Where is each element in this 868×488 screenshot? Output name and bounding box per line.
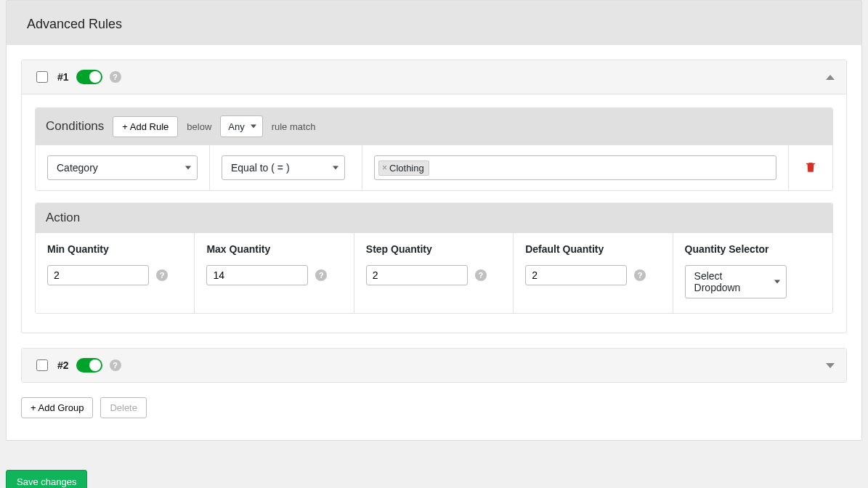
rule-header-2[interactable]: #2 ? bbox=[22, 349, 846, 382]
condition-value-input[interactable]: × Clothing bbox=[374, 155, 776, 180]
help-icon[interactable]: ? bbox=[156, 269, 168, 281]
add-group-button[interactable]: + Add Group bbox=[21, 397, 93, 418]
condition-delete-cell bbox=[789, 145, 832, 190]
rule-toggle-2[interactable] bbox=[76, 358, 102, 373]
step-qty-cell: Step Quantity ? bbox=[354, 232, 514, 313]
value-tag: × Clothing bbox=[378, 160, 429, 176]
rule-checkbox-1[interactable] bbox=[36, 71, 48, 83]
condition-operator-value: Equal to ( = ) bbox=[231, 162, 290, 174]
qty-selector-label: Quantity Selector bbox=[685, 243, 821, 255]
expand-icon[interactable] bbox=[826, 363, 835, 368]
rule-header-1[interactable]: #1 ? bbox=[22, 60, 846, 94]
conditions-rule-match-text: rule match bbox=[272, 121, 316, 132]
help-icon[interactable]: ? bbox=[634, 269, 646, 281]
min-qty-label: Min Quantity bbox=[47, 243, 182, 255]
chevron-down-icon bbox=[333, 166, 338, 170]
default-qty-label: Default Quantity bbox=[525, 243, 660, 255]
min-qty-input[interactable] bbox=[47, 265, 149, 285]
condition-operator-select[interactable]: Equal to ( = ) bbox=[222, 155, 345, 180]
conditions-panel: Conditions + Add Rule below Any rule mat… bbox=[35, 107, 833, 191]
tag-label: Clothing bbox=[389, 163, 424, 174]
condition-value-cell: × Clothing bbox=[362, 145, 789, 190]
chevron-down-icon bbox=[185, 166, 191, 170]
condition-field-cell: Category bbox=[36, 145, 210, 190]
rule-body-1: Conditions + Add Rule below Any rule mat… bbox=[22, 94, 846, 333]
action-panel: Action Min Quantity ? Max Quantity bbox=[35, 203, 833, 314]
qty-selector-select[interactable]: Select Dropdown bbox=[685, 265, 787, 298]
action-title: Action bbox=[46, 211, 80, 225]
rule-label-1: #1 bbox=[57, 71, 69, 83]
default-qty-input[interactable] bbox=[525, 265, 627, 285]
condition-row: Category Equal to ( = ) bbox=[36, 145, 832, 190]
match-mode-select[interactable]: Any bbox=[220, 115, 262, 137]
help-icon[interactable]: ? bbox=[475, 269, 487, 281]
condition-field-select[interactable]: Category bbox=[47, 155, 198, 180]
advanced-rules-panel: Advanced Rules #1 ? Conditions + Add Rul… bbox=[6, 0, 862, 441]
panel-title: Advanced Rules bbox=[27, 17, 841, 32]
trash-icon[interactable] bbox=[804, 160, 817, 176]
max-qty-input[interactable] bbox=[206, 265, 308, 285]
rule-card-2: #2 ? bbox=[21, 348, 847, 383]
min-qty-cell: Min Quantity ? bbox=[36, 232, 195, 313]
conditions-title: Conditions bbox=[46, 119, 104, 134]
max-qty-label: Max Quantity bbox=[206, 243, 341, 255]
save-changes-button[interactable]: Save changes bbox=[6, 470, 87, 488]
step-qty-input[interactable] bbox=[366, 265, 468, 285]
chevron-down-icon bbox=[774, 280, 780, 284]
condition-field-value: Category bbox=[57, 162, 98, 174]
add-rule-button[interactable]: + Add Rule bbox=[113, 116, 178, 137]
collapse-icon[interactable] bbox=[826, 75, 835, 80]
step-qty-label: Step Quantity bbox=[366, 243, 501, 255]
action-header: Action bbox=[36, 203, 832, 232]
rule-card-1: #1 ? Conditions + Add Rule below Any bbox=[21, 60, 847, 333]
conditions-below-text: below bbox=[187, 121, 211, 132]
qty-selector-value: Select Dropdown bbox=[694, 270, 768, 293]
tag-remove-icon[interactable]: × bbox=[382, 163, 387, 172]
condition-operator-cell: Equal to ( = ) bbox=[210, 145, 362, 190]
help-icon[interactable]: ? bbox=[110, 359, 121, 371]
help-icon[interactable]: ? bbox=[315, 269, 327, 281]
save-bar: Save changes bbox=[0, 454, 868, 488]
group-actions: + Add Group Delete bbox=[21, 397, 847, 418]
panel-body: #1 ? Conditions + Add Rule below Any bbox=[7, 45, 861, 440]
default-qty-cell: Default Quantity ? bbox=[514, 232, 673, 313]
conditions-header: Conditions + Add Rule below Any rule mat… bbox=[36, 108, 832, 145]
match-mode-value: Any bbox=[228, 121, 244, 132]
action-grid: Min Quantity ? Max Quantity ? bbox=[36, 232, 832, 313]
rule-checkbox-2[interactable] bbox=[36, 359, 48, 371]
rule-label-2: #2 bbox=[57, 359, 69, 371]
qty-selector-cell: Quantity Selector Select Dropdown bbox=[673, 232, 832, 313]
delete-button[interactable]: Delete bbox=[100, 397, 147, 418]
chevron-down-icon bbox=[251, 125, 256, 129]
panel-header: Advanced Rules bbox=[7, 1, 861, 45]
max-qty-cell: Max Quantity ? bbox=[195, 232, 354, 313]
rule-toggle-1[interactable] bbox=[76, 70, 102, 84]
help-icon[interactable]: ? bbox=[110, 71, 121, 83]
